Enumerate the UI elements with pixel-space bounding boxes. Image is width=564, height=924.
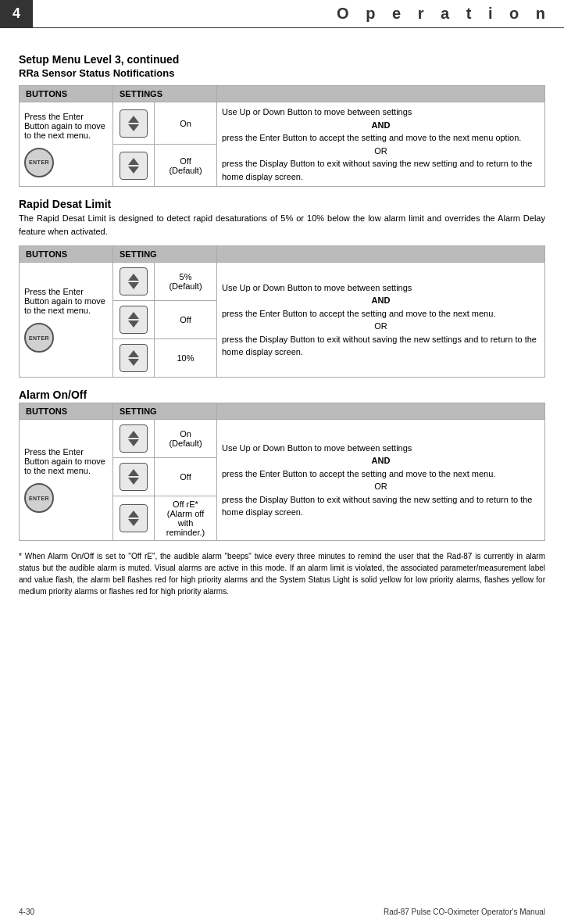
- arrow-down-icon-8: [128, 519, 139, 526]
- rd-enter-button[interactable]: ENTER: [24, 323, 54, 353]
- page-content: Setup Menu Level 3, continued RRa Sensor…: [0, 28, 564, 616]
- rd-instructions: Use Up or Down Button to move between se…: [217, 263, 545, 378]
- col-buttons-1: BUTTONS: [20, 86, 113, 102]
- rra-enter-button[interactable]: ENTER: [24, 148, 54, 177]
- rd-col-instr: [217, 246, 545, 263]
- rd-setting-5pct: 5%(Default): [155, 263, 217, 301]
- up-down-button-3[interactable]: [120, 267, 148, 295]
- arrow-down-icon-6: [128, 439, 139, 446]
- section-heading-2: Rapid Desat Limit: [19, 198, 545, 210]
- rapid-desat-table: BUTTONS SETTING Press the Enter Button a…: [19, 245, 545, 378]
- arrow-up-icon: [128, 116, 139, 123]
- arrow-down-icon-7: [128, 478, 139, 485]
- rra-table: BUTTONS SETTINGS Press the Enter Button …: [19, 85, 545, 187]
- footer-right: Rad-87 Pulse CO-Oximeter Operator's Manu…: [384, 908, 545, 916]
- ao-buttons-label: Press the Enter Button again to move to …: [24, 447, 108, 475]
- up-down-button-6[interactable]: [120, 424, 148, 453]
- rd-icon-5pct: [113, 263, 155, 301]
- rd-setting-10pct: 10%: [155, 339, 217, 378]
- ao-setting-off: Off: [155, 458, 217, 496]
- ao-instructions: Use Up or Down Button to move between se…: [217, 420, 545, 541]
- rd-icon-off: [113, 301, 155, 339]
- col-instructions-1: [217, 86, 545, 102]
- rra-instructions: Use Up or Down Button to move between se…: [217, 102, 545, 187]
- rd-col-buttons: BUTTONS: [20, 246, 113, 263]
- arrow-up-icon-5: [128, 350, 139, 357]
- up-down-button-1[interactable]: [120, 109, 148, 138]
- rra-setting-off: Off(Default): [155, 145, 217, 187]
- rra-icon-on: [113, 102, 155, 145]
- page-footer: 4-30 Rad-87 Pulse CO-Oximeter Operator's…: [0, 908, 564, 916]
- section-rra: Setup Menu Level 3, continued RRa Sensor…: [19, 53, 545, 187]
- footer-left: 4-30: [19, 908, 34, 916]
- arrow-up-icon-3: [128, 274, 139, 281]
- rd-icon-10pct: [113, 339, 155, 378]
- ao-icon-on: [113, 420, 155, 458]
- section-heading-3: Alarm On/Off: [19, 389, 545, 401]
- up-down-button-7[interactable]: [120, 463, 148, 491]
- arrow-up-icon-7: [128, 469, 139, 476]
- up-down-button-4[interactable]: [120, 306, 148, 334]
- ao-setting-on: On(Default): [155, 420, 217, 458]
- arrow-down-icon-5: [128, 359, 139, 366]
- up-down-button-2[interactable]: [120, 152, 148, 180]
- ao-col-setting: SETTING: [113, 403, 217, 420]
- arrow-down-icon-3: [128, 282, 139, 289]
- rd-buttons-cell: Press the Enter Button again to move to …: [20, 263, 113, 378]
- up-down-button-8[interactable]: [120, 504, 148, 532]
- rra-buttons-label: Press the Enter Button again to move to …: [24, 112, 108, 140]
- col-settings-1: SETTINGS: [113, 86, 217, 102]
- arrow-down-icon-2: [128, 167, 139, 174]
- rd-setting-off: Off: [155, 301, 217, 339]
- arrow-down-icon-4: [128, 321, 139, 328]
- ao-icon-offre: [113, 496, 155, 541]
- ao-setting-offre: Off rE*(Alarm off with reminder.): [155, 496, 217, 541]
- arrow-down-icon: [128, 124, 139, 131]
- page-title: O p e r a t i o n: [33, 0, 564, 27]
- arrow-up-icon-6: [128, 431, 139, 438]
- arrow-up-icon-2: [128, 158, 139, 165]
- rra-buttons-cell: Press the Enter Button again to move to …: [20, 102, 113, 187]
- up-down-button-5[interactable]: [120, 344, 148, 372]
- arrow-up-icon-4: [128, 312, 139, 319]
- section-alarm-onoff: Alarm On/Off BUTTONS SETTING Press the E…: [19, 389, 545, 541]
- ao-buttons-cell: Press the Enter Button again to move to …: [20, 420, 113, 541]
- ao-col-instr: [217, 403, 545, 420]
- rra-setting-on: On: [155, 102, 217, 145]
- ao-col-buttons: BUTTONS: [20, 403, 113, 420]
- footnote: * When Alarm On/Off is set to "Off rE", …: [19, 550, 545, 597]
- section-subheading-1: RRa Sensor Status Notifications: [19, 67, 545, 79]
- alarm-onoff-table: BUTTONS SETTING Press the Enter Button a…: [19, 403, 545, 541]
- rra-icon-off: [113, 145, 155, 187]
- page-header: 4 O p e r a t i o n: [0, 0, 564, 28]
- rapid-desat-desc: The Rapid Desat Limit is designed to det…: [19, 212, 545, 238]
- section-rapid-desat: Rapid Desat Limit The Rapid Desat Limit …: [19, 198, 545, 378]
- ao-icon-off: [113, 458, 155, 496]
- rd-col-setting: SETTING: [113, 246, 217, 263]
- arrow-up-icon-8: [128, 510, 139, 518]
- section-heading-1: Setup Menu Level 3, continued: [19, 53, 545, 66]
- rd-buttons-label: Press the Enter Button again to move to …: [24, 287, 108, 315]
- ao-enter-button[interactable]: ENTER: [24, 483, 54, 513]
- page-number: 4: [0, 0, 33, 27]
